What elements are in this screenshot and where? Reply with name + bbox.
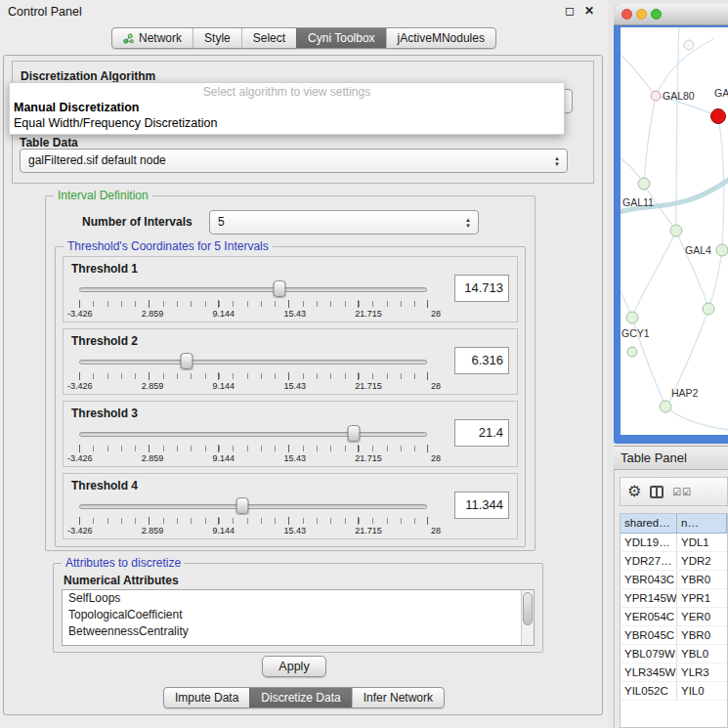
slider-thumb[interactable] (274, 280, 286, 297)
list-item[interactable]: BetweennessCentrality (63, 623, 534, 640)
tab-label: Cyni Toolbox (308, 31, 374, 45)
table-row[interactable]: YER054CYER0 (621, 608, 727, 626)
tab-impute-data[interactable]: Impute Data (164, 688, 249, 707)
threshold-4-value-field[interactable]: 11.344 (454, 492, 509, 519)
tab-label: Impute Data (175, 691, 238, 705)
mac-close-icon[interactable] (621, 9, 632, 20)
table-data-label: Table Data (20, 136, 78, 150)
numerical-attributes-list: SelfLoops TopologicalCoefficient Between… (62, 589, 535, 646)
table-row[interactable]: YBL079WYBL0 (621, 645, 727, 664)
tab-label: Infer Network (364, 691, 433, 705)
mac-minimize-icon[interactable] (636, 9, 647, 20)
dropdown-placeholder-option[interactable]: Select algorithm to view settings (10, 85, 564, 100)
mac-zoom-icon[interactable] (651, 9, 662, 20)
tab-style[interactable]: Style (193, 28, 241, 48)
float-window-icon[interactable]: ◻ (565, 4, 575, 18)
list-item[interactable]: SelfLoops (63, 590, 534, 607)
threshold-2-value-field[interactable]: 6.316 (454, 347, 509, 374)
network-view-window: GAL80 GA GAL11 GAL4 GCY1 HAP2 (614, 4, 728, 444)
combo-stepper-icon[interactable]: ▲▼ (461, 212, 475, 233)
slider-thumb[interactable] (348, 425, 361, 442)
tab-label: jActiveMNodules (398, 31, 485, 45)
list-scrollbar[interactable] (521, 590, 534, 645)
network-canvas[interactable]: GAL80 GA GAL11 GAL4 GCY1 HAP2 (621, 27, 728, 435)
threshold-3-label: Threshold 3 (71, 407, 138, 420)
tab-cyni-toolbox[interactable]: Cyni Toolbox (296, 28, 385, 48)
node-label-gal80[interactable]: GAL80 (663, 90, 695, 102)
number-of-intervals-combobox[interactable]: 5 ▲▼ (209, 210, 479, 235)
threshold-3-slider[interactable]: -3.4262.8599.14415.4321.71528 (79, 423, 427, 464)
table-row[interactable]: YDL19…YDL1 (621, 534, 727, 552)
threshold-2-slider[interactable]: -3.4262.8599.14415.4321.71528 (79, 351, 427, 392)
slider-track[interactable] (79, 287, 427, 292)
node-label-gal11[interactable]: GAL11 (622, 196, 654, 208)
threshold-4-slider[interactable]: -3.4262.8599.14415.4321.71528 (79, 495, 427, 536)
attributes-group: Attributes to discretize Numerical Attri… (53, 563, 543, 653)
tab-label: Select (253, 31, 285, 45)
algorithm-dropdown-list: Select algorithm to view settings Manual… (9, 82, 565, 135)
table-data-value: galFiltered.sif default node (28, 153, 166, 167)
table-columns-icon[interactable] (650, 486, 664, 498)
slider-track[interactable] (79, 360, 427, 364)
attributes-group-legend: Attributes to discretize (62, 556, 185, 570)
network-window-titlebar[interactable] (614, 4, 728, 25)
threshold-1-label: Threshold 1 (71, 262, 138, 276)
slider-thumb[interactable] (236, 497, 249, 514)
slider-ticks (79, 518, 427, 524)
control-panel: Control Panel ◻ ✕ Network Style (0, 0, 608, 728)
tab-label: Style (204, 31, 231, 45)
slider-thumb[interactable] (181, 353, 193, 369)
tab-infer-network[interactable]: Infer Network (352, 688, 444, 707)
table-row[interactable]: YDR27…YDR2 (621, 552, 727, 571)
dropdown-option-manual-discretization[interactable]: Manual Discretization (10, 100, 564, 115)
tab-jactivemnodules[interactable]: jActiveMNodules (386, 28, 495, 48)
tab-label: Network (139, 31, 182, 45)
node-label-gal4[interactable]: GAL4 (685, 244, 711, 256)
node-label-partial[interactable]: GA (714, 87, 728, 99)
gear-icon[interactable]: ⚙ (627, 484, 641, 499)
slider-tick-labels: -3.4262.8599.14415.4321.71528 (67, 453, 441, 463)
column-header-name[interactable]: n… (677, 514, 727, 534)
threshold-1-slider[interactable]: -3.4262.8599.14415.4321.71528 (79, 278, 427, 320)
list-item[interactable]: TopologicalCoefficient (63, 607, 534, 623)
combo-stepper-icon[interactable]: ▲▼ (550, 150, 564, 171)
slider-ticks (79, 373, 427, 379)
column-visibility-icons[interactable]: ☑☑ (672, 487, 692, 497)
table-panel-title: Table Panel (614, 446, 728, 470)
tab-network[interactable]: Network (112, 28, 193, 48)
close-icon[interactable]: ✕ (584, 4, 594, 18)
node-label-gcy1[interactable]: GCY1 (621, 327, 650, 339)
top-tabbar: Network Style Select Cyni Toolbox jActiv… (0, 27, 608, 49)
apply-button[interactable]: Apply (262, 656, 326, 677)
table-row[interactable]: YBR045CYBR0 (621, 626, 727, 645)
table-row[interactable]: YPR145WYPR1 (621, 589, 727, 608)
scrollbar-thumb[interactable] (523, 592, 533, 625)
slider-tick-labels: -3.4262.8599.14415.4321.71528 (67, 381, 441, 391)
table-toolbar: ⚙ ☑☑ (620, 477, 728, 506)
slider-track[interactable] (79, 504, 427, 509)
network-graph: GAL80 GA GAL11 GAL4 GCY1 HAP2 (621, 27, 728, 435)
threshold-2-panel: Threshold 2 -3.4262.8599.14415.4321.7152… (63, 328, 518, 395)
tab-discretize-data[interactable]: Discretize Data (249, 688, 351, 707)
slider-ticks (79, 301, 427, 307)
table-row[interactable]: YBR043CYBR0 (621, 571, 727, 589)
slider-tick-labels: -3.4262.8599.14415.4321.71528 (67, 309, 441, 319)
threshold-1-value-field[interactable]: 14.713 (454, 275, 509, 302)
algorithm-section-label: Discretization Algorithm (21, 69, 155, 83)
threshold-3-panel: Threshold 3 -3.4262.8599.14415.4321.7152… (63, 401, 518, 467)
network-icon (123, 33, 134, 44)
slider-track[interactable] (79, 432, 427, 437)
dropdown-option-equal-width-frequency[interactable]: Equal Width/Frequency Discretization (10, 115, 564, 131)
column-header-shared-name[interactable]: shared… (621, 514, 677, 534)
threshold-4-label: Threshold 4 (71, 479, 138, 492)
table-row[interactable]: YIL052CYIL0 (621, 682, 727, 701)
table-row[interactable]: YLR345WYLR3 (621, 664, 727, 682)
interval-definition-legend: Interval Definition (54, 189, 152, 202)
threshold-2-label: Threshold 2 (71, 334, 138, 348)
table-data-combobox[interactable]: galFiltered.sif default node ▲▼ (20, 149, 568, 173)
tab-select[interactable]: Select (241, 28, 296, 48)
node-label-hap2[interactable]: HAP2 (671, 387, 699, 399)
threshold-3-value-field[interactable]: 21.4 (454, 419, 509, 447)
node-table: shared… n… YDL19…YDL1 YDR27…YDR2 YBR043C… (620, 513, 728, 728)
slider-ticks (79, 446, 427, 451)
